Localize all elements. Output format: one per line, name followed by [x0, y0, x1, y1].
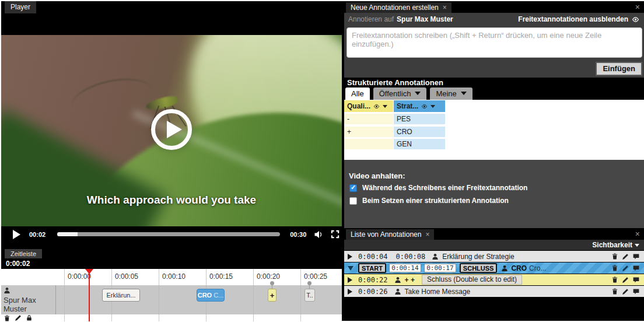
structured-heading: Strukturierte Annotationen — [347, 78, 443, 87]
close-tab-icon[interactable]: × — [425, 230, 429, 239]
cell-strat-pes[interactable]: PES — [394, 114, 445, 124]
cell-quali-plus[interactable]: + — [344, 127, 393, 137]
chevron-down-icon[interactable] — [348, 266, 354, 271]
person-icon — [432, 253, 439, 260]
close-panel-icon[interactable]: × — [635, 229, 640, 239]
edit-icon[interactable] — [622, 253, 629, 260]
cell-strat-gen[interactable]: GEN — [394, 139, 445, 149]
cell-quali-minus[interactable]: - — [344, 114, 393, 124]
chevron-right-icon[interactable] — [348, 254, 352, 260]
gridline — [159, 269, 159, 321]
freetext-form: Einfügen — [344, 26, 644, 78]
checkbox-unchecked[interactable] — [349, 197, 357, 205]
delete-track-icon[interactable] — [4, 314, 10, 322]
play-overlay-button[interactable] — [151, 109, 192, 150]
start-button[interactable]: START — [358, 263, 386, 273]
seek-bar[interactable] — [57, 232, 280, 236]
row-text: Cro... — [529, 264, 546, 272]
tick-label: 0:00:10 — [162, 272, 186, 281]
comment-icon[interactable] — [632, 276, 640, 284]
schluss-button[interactable]: SCHLUSS — [460, 263, 498, 273]
hide-freetext-toggle[interactable]: Freitextannotationen ausblenden — [518, 15, 640, 23]
visibility-label: Sichtbarkeit — [592, 241, 632, 249]
pause-option-freetext-label: Während des Schreibens einer Freitextann… — [362, 184, 527, 192]
tab-liste-von-annotationen[interactable]: Liste von Annotationen× — [346, 229, 434, 240]
track-label: Spur Max Muster — [1, 285, 56, 314]
edit-icon[interactable] — [622, 276, 629, 284]
tab-oeffentlich[interactable]: Öffentlich — [373, 88, 427, 100]
delete-icon[interactable] — [611, 276, 618, 284]
pause-option-structured: Beim Setzen einer strukturierten Annotat… — [349, 197, 509, 205]
volume-icon[interactable] — [314, 230, 323, 239]
lock-track-icon[interactable] — [26, 314, 33, 322]
checkbox-checked[interactable] — [349, 184, 357, 192]
comment-icon[interactable] — [632, 265, 640, 272]
annotation-chip-cro[interactable]: CROC... — [197, 289, 225, 302]
chevron-down-icon[interactable] — [383, 105, 387, 108]
fullscreen-icon[interactable] — [331, 230, 340, 239]
chevron-right-icon[interactable] — [348, 289, 352, 295]
annotate-track-name: Spur Max Muster — [397, 15, 453, 23]
cell-strat-cro[interactable]: CRO — [394, 127, 445, 137]
delete-icon[interactable] — [611, 288, 618, 295]
freetext-input[interactable] — [346, 27, 642, 58]
close-tab-icon[interactable]: × — [443, 4, 447, 12]
annotation-row-schluss[interactable]: 0:00:22 + + Schluss (Double click to edi… — [344, 274, 644, 285]
end-time-input[interactable] — [424, 264, 456, 272]
edit-icon[interactable] — [622, 288, 629, 295]
chevron-down-icon — [461, 92, 467, 95]
eye-icon — [631, 16, 640, 23]
app-window: Player Which approach would you take 00:… — [0, 0, 644, 322]
edit-icon[interactable] — [622, 265, 629, 272]
comment-icon[interactable] — [632, 253, 640, 260]
pause-heading: Video anhalten: — [349, 172, 405, 180]
start-time-input[interactable] — [389, 264, 421, 272]
tab-label: Neue Annotationen erstellen — [351, 4, 439, 12]
structured-table-area: Quali... Strat... - PES + CRO GEN — [344, 100, 644, 160]
row-text: Erklärung der Strategie — [442, 253, 514, 261]
column-header-strat[interactable]: Strat... — [394, 100, 445, 112]
annotation-chip-t[interactable]: T.. — [304, 289, 315, 302]
playhead[interactable] — [89, 269, 90, 321]
seek-bar-fill — [57, 232, 77, 236]
hide-freetext-label: Freitextannotationen ausblenden — [518, 15, 628, 23]
gridline — [64, 269, 65, 321]
annotation-chip-erklaerung[interactable]: Erklärun... — [102, 289, 140, 302]
cell-quali-empty[interactable] — [344, 139, 393, 149]
column-header-quali[interactable]: Quali... — [344, 100, 393, 112]
annotation-chip-plus[interactable]: + — [268, 289, 276, 302]
tab-oeffentlich-label: Öffentlich — [379, 89, 411, 98]
annotate-target-bar: Annotieren auf Spur Max Muster Freitexta… — [344, 13, 644, 26]
playhead-handle[interactable] — [85, 269, 93, 274]
gridline — [300, 269, 301, 321]
play-button[interactable] — [13, 230, 20, 239]
visibility-menu[interactable]: Sichtbarkeit — [344, 240, 644, 250]
tick-label: 0:00:20 — [257, 272, 280, 281]
eye-icon[interactable] — [373, 103, 380, 110]
edit-track-icon[interactable] — [15, 314, 22, 322]
tab-meine[interactable]: Meine — [430, 88, 472, 100]
tab-player[interactable]: Player — [5, 1, 36, 13]
video-frame[interactable]: Which approach would you take — [1, 35, 342, 226]
tab-label: Liste von Annotationen — [351, 230, 421, 239]
tab-zeitleiste[interactable]: Zeitleiste — [5, 249, 42, 259]
pause-options-section: Video anhalten: Während des Schreibens e… — [344, 160, 644, 228]
tick-label: 0:00:15 — [209, 272, 233, 281]
column-strat-label: Strat... — [397, 102, 418, 110]
delete-icon[interactable] — [611, 264, 618, 272]
eye-icon[interactable] — [421, 103, 428, 110]
comment-icon[interactable] — [632, 288, 640, 295]
annotation-row-erklaerung[interactable]: 0:00:04 0:00:08 Erklärung der Strategie — [344, 251, 644, 262]
chevron-down-icon[interactable] — [430, 105, 435, 108]
annotation-row-cro-selected[interactable]: START SCHLUSS CRO Cro... — [344, 262, 644, 274]
annotate-label: Annotieren auf — [348, 15, 394, 23]
insert-button[interactable]: Einfügen — [596, 62, 642, 76]
chevron-right-icon[interactable] — [348, 277, 352, 283]
delete-icon[interactable] — [611, 253, 618, 260]
edit-hint-box[interactable]: Schluss (Double click to edit) — [422, 275, 522, 285]
tab-neue-annotationen[interactable]: Neue Annotationen erstellen× — [346, 2, 452, 13]
annotation-row-take-home[interactable]: 0:00:26 Take Home Message — [344, 286, 644, 297]
close-panel-icon[interactable]: × — [635, 2, 640, 12]
create-panel-tabrow: Neue Annotationen erstellen× × — [344, 1, 644, 13]
tab-alle[interactable]: Alle — [345, 88, 370, 100]
